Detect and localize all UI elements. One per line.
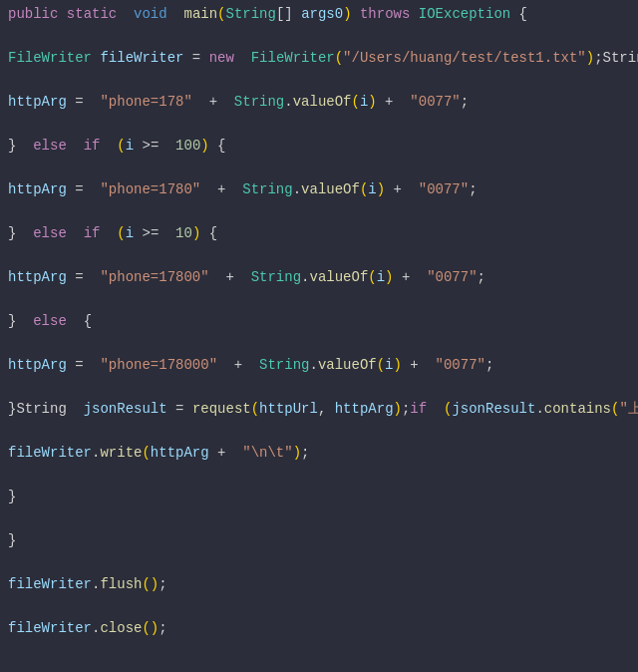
paren-open8: ( xyxy=(377,357,385,373)
paren-open: ( xyxy=(217,6,225,22)
brace-close6: } xyxy=(8,532,16,548)
var-httparg2: httpArg xyxy=(8,181,67,197)
class-string3: String xyxy=(242,181,292,197)
code-line-18 xyxy=(0,377,638,399)
paren-open4: ( xyxy=(117,138,125,154)
string-shanghai: "上海" xyxy=(619,401,638,417)
method-valueof2: valueOf xyxy=(301,181,360,197)
code-line-3: FileWriter fileWriter = new FileWriter("… xyxy=(0,48,638,70)
class-filewriter2: FileWriter xyxy=(251,50,335,66)
var-i2: i xyxy=(126,138,134,154)
class-filewriter: FileWriter xyxy=(8,50,92,66)
string-phone178000: "phone=178000" xyxy=(100,357,217,373)
code-line-17: httpArg = "phone=178000" + String.valueO… xyxy=(0,355,638,377)
var-i3: i xyxy=(368,181,376,197)
var-jsonresult2: jsonResult xyxy=(452,401,535,417)
var-i4: i xyxy=(126,225,134,241)
var-filewriter2: fileWriter xyxy=(8,445,92,461)
number-10: 10 xyxy=(175,225,192,241)
code-line-22 xyxy=(0,465,638,487)
code-editor: public static void main(String[] args0) … xyxy=(0,0,638,672)
code-line-8 xyxy=(0,158,638,179)
code-line-16 xyxy=(0,333,638,355)
code-line-26 xyxy=(0,552,638,574)
type-string: String xyxy=(603,50,638,66)
keyword-else1: else xyxy=(33,138,67,154)
keyword-new: new xyxy=(209,50,234,66)
code-line-29: fileWriter.close(); xyxy=(0,618,638,640)
method-valueof1: valueOf xyxy=(293,94,352,110)
paren-close12: ) xyxy=(293,445,301,461)
var-jsonresult: jsonResult xyxy=(84,401,167,417)
paren-close5: ) xyxy=(377,181,385,197)
code-line-23: } xyxy=(0,487,638,508)
paren-close7: ) xyxy=(385,269,393,285)
keyword-else2: else xyxy=(33,225,67,241)
paren-open6: ( xyxy=(117,225,125,241)
code-line-21: fileWriter.write(httpArg + "\n\t"); xyxy=(0,443,638,465)
code-line-19: }String jsonResult = request(httpUrl, ht… xyxy=(0,399,638,421)
class-string4: String xyxy=(251,269,301,285)
paren-close4: ) xyxy=(200,138,208,154)
keyword-if3: if xyxy=(410,401,427,417)
class-ioexception: IOException xyxy=(419,6,510,22)
code-line-25: } xyxy=(0,530,638,552)
string-phone1780: "phone=1780" xyxy=(100,181,200,197)
string-0077a: "0077" xyxy=(410,94,460,110)
string-path: "/Users/huang/test/test1.txt" xyxy=(343,50,586,66)
string-newline: "\n\t" xyxy=(242,445,292,461)
class-string2: String xyxy=(234,94,284,110)
keyword-if2: if xyxy=(84,225,101,241)
code-line-24 xyxy=(0,508,638,530)
method-request: request xyxy=(192,401,251,417)
paren-close14: ) xyxy=(151,620,159,636)
paren-open14: ( xyxy=(142,620,150,636)
method-valueof4: valueOf xyxy=(318,357,377,373)
code-line-13: httpArg = "phone=17800" + String.valueOf… xyxy=(0,267,638,289)
code-line-7: } else if (i >= 100) { xyxy=(0,136,638,158)
string-0077d: "0077" xyxy=(436,357,485,373)
var-i6: i xyxy=(385,357,393,373)
keyword-else3: else xyxy=(33,313,67,329)
code-line-5: httpArg = "phone=178" + String.valueOf(i… xyxy=(0,92,638,114)
number-100: 100 xyxy=(175,138,200,154)
code-line-14 xyxy=(0,289,638,311)
param-args: args0 xyxy=(301,6,343,22)
type-string2: String xyxy=(16,401,66,417)
class-string: String xyxy=(226,6,276,22)
var-filewriter4: fileWriter xyxy=(8,620,92,636)
code-line-4 xyxy=(0,70,638,92)
method-write: write xyxy=(100,445,142,461)
code-line-28 xyxy=(0,596,638,618)
var-httparg3: httpArg xyxy=(8,269,67,285)
keyword-if1: if xyxy=(84,138,101,154)
paren-close3: ) xyxy=(368,94,376,110)
paren-close2: ) xyxy=(586,50,594,66)
var-httparg6: httpArg xyxy=(151,445,209,461)
string-phone178: "phone=178" xyxy=(100,94,191,110)
paren-open7: ( xyxy=(368,269,376,285)
string-phone17800: "phone=17800" xyxy=(100,269,208,285)
code-line-30 xyxy=(0,640,638,662)
var-httpurl2: httpUrl xyxy=(259,401,318,417)
code-line-27: fileWriter.flush(); xyxy=(0,574,638,596)
string-0077b: "0077" xyxy=(419,181,469,197)
var-filewriter3: fileWriter xyxy=(8,576,92,592)
code-line-11: } else if (i >= 10) { xyxy=(0,223,638,245)
keyword-static: static xyxy=(67,6,117,22)
code-line-1: public static void main(String[] args0) … xyxy=(0,4,638,26)
code-line-10 xyxy=(0,201,638,223)
var-filewriter: fileWriter xyxy=(100,50,183,66)
paren-open13: ( xyxy=(142,576,150,592)
var-httparg1: httpArg xyxy=(8,94,67,110)
method-close: close xyxy=(100,620,142,636)
code-line-12 xyxy=(0,245,638,267)
keyword-public: public xyxy=(8,6,58,22)
method-flush: flush xyxy=(100,576,142,592)
code-line-20 xyxy=(0,421,638,443)
paren-close8: ) xyxy=(394,357,402,373)
paren-close: ) xyxy=(343,6,351,22)
paren-close9: ) xyxy=(394,401,402,417)
class-string5: String xyxy=(259,357,309,373)
paren-open2: ( xyxy=(335,50,343,66)
